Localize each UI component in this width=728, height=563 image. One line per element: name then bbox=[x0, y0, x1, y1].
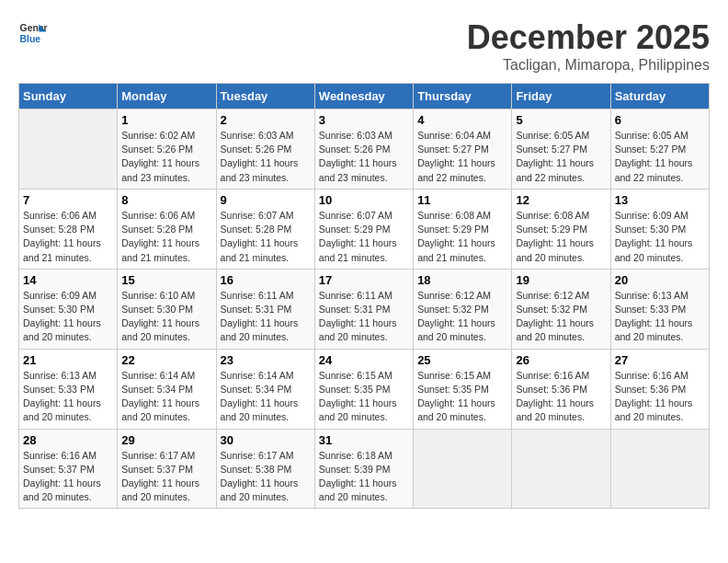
day-info: Sunrise: 6:13 AMSunset: 5:33 PMDaylight:… bbox=[615, 289, 705, 345]
day-number: 31 bbox=[319, 433, 409, 447]
day-info: Sunrise: 6:06 AMSunset: 5:28 PMDaylight:… bbox=[23, 209, 113, 265]
logo: General Blue bbox=[18, 18, 48, 48]
calendar-day-cell: 11Sunrise: 6:08 AMSunset: 5:29 PMDayligh… bbox=[414, 189, 512, 269]
day-number: 19 bbox=[516, 273, 606, 287]
calendar-day-cell: 27Sunrise: 6:16 AMSunset: 5:36 PMDayligh… bbox=[610, 349, 709, 429]
day-number: 14 bbox=[23, 273, 113, 287]
calendar-day-cell: 2Sunrise: 6:03 AMSunset: 5:26 PMDaylight… bbox=[216, 109, 314, 190]
day-info: Sunrise: 6:03 AMSunset: 5:26 PMDaylight:… bbox=[221, 129, 311, 185]
day-number: 30 bbox=[221, 433, 311, 447]
day-number: 3 bbox=[319, 113, 409, 127]
day-number: 25 bbox=[417, 353, 507, 367]
calendar-day-cell: 17Sunrise: 6:11 AMSunset: 5:31 PMDayligh… bbox=[314, 269, 413, 349]
day-number: 26 bbox=[516, 353, 606, 367]
day-number: 17 bbox=[319, 273, 409, 287]
calendar-day-cell: 15Sunrise: 6:10 AMSunset: 5:30 PMDayligh… bbox=[118, 269, 216, 349]
calendar-day-cell: 29Sunrise: 6:17 AMSunset: 5:37 PMDayligh… bbox=[118, 429, 216, 509]
day-info: Sunrise: 6:07 AMSunset: 5:28 PMDaylight:… bbox=[221, 209, 311, 265]
weekday-header-cell: Friday bbox=[512, 84, 610, 109]
calendar-day-cell: 12Sunrise: 6:08 AMSunset: 5:29 PMDayligh… bbox=[512, 189, 610, 269]
day-info: Sunrise: 6:05 AMSunset: 5:27 PMDaylight:… bbox=[615, 129, 705, 185]
svg-text:Blue: Blue bbox=[20, 34, 41, 44]
calendar-body: 1Sunrise: 6:02 AMSunset: 5:26 PMDaylight… bbox=[19, 109, 710, 509]
day-number: 13 bbox=[615, 193, 705, 207]
calendar-day-cell: 24Sunrise: 6:15 AMSunset: 5:35 PMDayligh… bbox=[314, 349, 413, 429]
day-info: Sunrise: 6:11 AMSunset: 5:31 PMDaylight:… bbox=[221, 289, 311, 345]
calendar-day-cell: 3Sunrise: 6:03 AMSunset: 5:26 PMDaylight… bbox=[314, 109, 413, 190]
weekday-header-cell: Sunday bbox=[19, 84, 118, 109]
day-number: 20 bbox=[615, 273, 705, 287]
day-number: 12 bbox=[516, 193, 606, 207]
calendar-day-cell: 8Sunrise: 6:06 AMSunset: 5:28 PMDaylight… bbox=[118, 189, 216, 269]
calendar-day-cell bbox=[610, 429, 709, 509]
day-number: 11 bbox=[417, 193, 507, 207]
day-info: Sunrise: 6:07 AMSunset: 5:29 PMDaylight:… bbox=[319, 209, 409, 265]
day-number: 27 bbox=[615, 353, 705, 367]
day-info: Sunrise: 6:02 AMSunset: 5:26 PMDaylight:… bbox=[121, 129, 211, 185]
day-info: Sunrise: 6:03 AMSunset: 5:26 PMDaylight:… bbox=[319, 129, 409, 185]
day-number: 22 bbox=[121, 353, 211, 367]
calendar-week-row: 21Sunrise: 6:13 AMSunset: 5:33 PMDayligh… bbox=[19, 349, 710, 429]
weekday-header-cell: Tuesday bbox=[216, 84, 314, 109]
day-info: Sunrise: 6:09 AMSunset: 5:30 PMDaylight:… bbox=[615, 209, 705, 265]
calendar-day-cell: 30Sunrise: 6:17 AMSunset: 5:38 PMDayligh… bbox=[216, 429, 314, 509]
calendar-day-cell: 20Sunrise: 6:13 AMSunset: 5:33 PMDayligh… bbox=[610, 269, 709, 349]
calendar-day-cell: 1Sunrise: 6:02 AMSunset: 5:26 PMDaylight… bbox=[118, 109, 216, 190]
day-info: Sunrise: 6:10 AMSunset: 5:30 PMDaylight:… bbox=[121, 289, 211, 345]
day-number: 18 bbox=[417, 273, 507, 287]
weekday-header-cell: Monday bbox=[118, 84, 216, 109]
calendar-day-cell: 19Sunrise: 6:12 AMSunset: 5:32 PMDayligh… bbox=[512, 269, 610, 349]
calendar-day-cell: 25Sunrise: 6:15 AMSunset: 5:35 PMDayligh… bbox=[414, 349, 512, 429]
calendar-week-row: 14Sunrise: 6:09 AMSunset: 5:30 PMDayligh… bbox=[19, 269, 710, 349]
day-number: 5 bbox=[516, 113, 606, 127]
day-number: 16 bbox=[221, 273, 311, 287]
day-info: Sunrise: 6:12 AMSunset: 5:32 PMDaylight:… bbox=[417, 289, 507, 345]
calendar-day-cell bbox=[512, 429, 610, 509]
calendar-day-cell: 23Sunrise: 6:14 AMSunset: 5:34 PMDayligh… bbox=[216, 349, 314, 429]
title-section: December 2025 Tacligan, Mimaropa, Philip… bbox=[467, 18, 710, 74]
calendar-day-cell: 10Sunrise: 6:07 AMSunset: 5:29 PMDayligh… bbox=[314, 189, 413, 269]
day-number: 6 bbox=[615, 113, 705, 127]
day-number: 21 bbox=[23, 353, 113, 367]
day-number: 8 bbox=[121, 193, 211, 207]
page-header: General Blue December 2025 Tacligan, Mim… bbox=[18, 18, 710, 74]
day-info: Sunrise: 6:15 AMSunset: 5:35 PMDaylight:… bbox=[417, 369, 507, 425]
day-info: Sunrise: 6:05 AMSunset: 5:27 PMDaylight:… bbox=[516, 129, 606, 185]
day-number: 15 bbox=[121, 273, 211, 287]
day-info: Sunrise: 6:16 AMSunset: 5:36 PMDaylight:… bbox=[516, 369, 606, 425]
day-info: Sunrise: 6:15 AMSunset: 5:35 PMDaylight:… bbox=[319, 369, 409, 425]
calendar-week-row: 28Sunrise: 6:16 AMSunset: 5:37 PMDayligh… bbox=[19, 429, 710, 509]
calendar-day-cell: 31Sunrise: 6:18 AMSunset: 5:39 PMDayligh… bbox=[314, 429, 413, 509]
day-info: Sunrise: 6:17 AMSunset: 5:38 PMDaylight:… bbox=[221, 449, 311, 505]
day-info: Sunrise: 6:14 AMSunset: 5:34 PMDaylight:… bbox=[121, 369, 211, 425]
calendar-day-cell: 14Sunrise: 6:09 AMSunset: 5:30 PMDayligh… bbox=[19, 269, 118, 349]
calendar-day-cell: 6Sunrise: 6:05 AMSunset: 5:27 PMDaylight… bbox=[610, 109, 709, 190]
calendar-day-cell bbox=[414, 429, 512, 509]
day-info: Sunrise: 6:09 AMSunset: 5:30 PMDaylight:… bbox=[23, 289, 113, 345]
day-info: Sunrise: 6:08 AMSunset: 5:29 PMDaylight:… bbox=[417, 209, 507, 265]
day-info: Sunrise: 6:06 AMSunset: 5:28 PMDaylight:… bbox=[121, 209, 211, 265]
weekday-header-cell: Wednesday bbox=[314, 84, 413, 109]
weekday-header-cell: Saturday bbox=[610, 84, 709, 109]
calendar-day-cell: 26Sunrise: 6:16 AMSunset: 5:36 PMDayligh… bbox=[512, 349, 610, 429]
calendar-table: SundayMondayTuesdayWednesdayThursdayFrid… bbox=[18, 83, 710, 509]
calendar-day-cell bbox=[19, 109, 118, 190]
day-number: 1 bbox=[121, 113, 211, 127]
calendar-week-row: 1Sunrise: 6:02 AMSunset: 5:26 PMDaylight… bbox=[19, 109, 710, 190]
day-info: Sunrise: 6:16 AMSunset: 5:36 PMDaylight:… bbox=[615, 369, 705, 425]
day-info: Sunrise: 6:13 AMSunset: 5:33 PMDaylight:… bbox=[23, 369, 113, 425]
day-info: Sunrise: 6:17 AMSunset: 5:37 PMDaylight:… bbox=[121, 449, 211, 505]
weekday-header-row: SundayMondayTuesdayWednesdayThursdayFrid… bbox=[19, 84, 710, 109]
calendar-day-cell: 4Sunrise: 6:04 AMSunset: 5:27 PMDaylight… bbox=[414, 109, 512, 190]
day-number: 4 bbox=[417, 113, 507, 127]
day-number: 28 bbox=[23, 433, 113, 447]
svg-text:General: General bbox=[20, 23, 48, 33]
calendar-day-cell: 21Sunrise: 6:13 AMSunset: 5:33 PMDayligh… bbox=[19, 349, 118, 429]
day-info: Sunrise: 6:12 AMSunset: 5:32 PMDaylight:… bbox=[516, 289, 606, 345]
day-number: 24 bbox=[319, 353, 409, 367]
calendar-day-cell: 16Sunrise: 6:11 AMSunset: 5:31 PMDayligh… bbox=[216, 269, 314, 349]
calendar-day-cell: 9Sunrise: 6:07 AMSunset: 5:28 PMDaylight… bbox=[216, 189, 314, 269]
logo-icon: General Blue bbox=[18, 18, 48, 48]
calendar-day-cell: 5Sunrise: 6:05 AMSunset: 5:27 PMDaylight… bbox=[512, 109, 610, 190]
day-info: Sunrise: 6:08 AMSunset: 5:29 PMDaylight:… bbox=[516, 209, 606, 265]
